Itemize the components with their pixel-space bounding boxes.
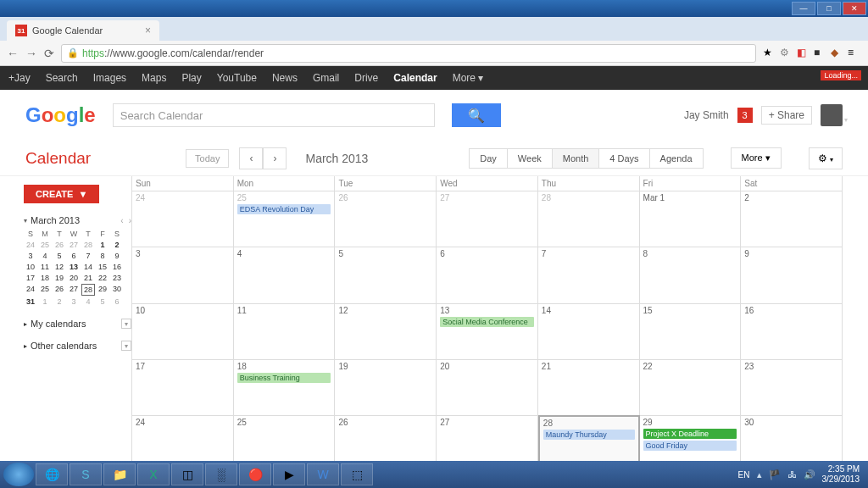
mini-day[interactable]: 16 [110, 262, 124, 272]
gbar-link-drive[interactable]: Drive [354, 72, 378, 84]
dropdown-icon[interactable]: ▾ [121, 341, 131, 351]
gbar-link-+jay[interactable]: +Jay [8, 72, 31, 84]
gbar-link-images[interactable]: Images [93, 72, 126, 84]
mini-day[interactable]: 7 [81, 251, 95, 261]
mini-day[interactable]: 31 [24, 297, 37, 307]
mini-day[interactable]: 5 [96, 297, 109, 307]
maximize-button[interactable]: □ [817, 2, 841, 15]
gbar-link-gmail[interactable]: Gmail [313, 72, 339, 84]
ext-icon[interactable]: ⚙ [780, 47, 793, 60]
gbar-link-news[interactable]: News [272, 72, 298, 84]
collapse-icon[interactable]: ▾ [24, 217, 27, 225]
event[interactable]: Social Media Conference [440, 317, 534, 327]
day-cell[interactable]: 6 [437, 247, 538, 302]
day-cell[interactable]: 15 [640, 303, 742, 359]
mini-day[interactable]: 20 [67, 273, 81, 283]
back-button[interactable]: ← [7, 47, 19, 60]
lang-indicator[interactable]: EN [738, 470, 750, 480]
event[interactable]: Project X Deadline [643, 429, 737, 439]
day-cell[interactable]: 24 [132, 191, 234, 247]
mini-day[interactable]: 28 [81, 240, 95, 250]
mini-day[interactable]: 24 [24, 284, 37, 296]
close-window-button[interactable]: ✕ [843, 2, 866, 15]
close-tab-icon[interactable]: × [145, 25, 151, 36]
gbar-link-more[interactable]: More ▾ [453, 72, 484, 84]
settings-button[interactable]: ⚙ ▾ [809, 147, 843, 169]
mini-day[interactable]: 21 [81, 273, 95, 283]
mini-day[interactable]: 28 [81, 284, 95, 296]
mini-day[interactable]: 12 [53, 262, 66, 272]
mini-day[interactable]: 14 [81, 262, 95, 272]
day-cell[interactable]: 5 [335, 247, 437, 302]
view-month[interactable]: Month [552, 148, 600, 169]
day-cell[interactable]: 26 [335, 191, 437, 247]
gbar-link-search[interactable]: Search [46, 72, 78, 84]
search-input[interactable]: Search Calendar [113, 103, 435, 127]
day-cell[interactable]: 8 [640, 247, 742, 302]
mini-day[interactable]: 13 [67, 262, 81, 272]
gbar-link-play[interactable]: Play [181, 72, 201, 84]
day-cell[interactable]: 21 [538, 359, 640, 415]
ext-icon[interactable]: ■ [814, 47, 827, 60]
event[interactable]: EDSA Revolution Day [237, 204, 331, 214]
gbar-link-maps[interactable]: Maps [142, 72, 166, 84]
day-cell[interactable]: 4 [234, 247, 336, 302]
day-cell[interactable]: 18Business Training [234, 359, 336, 415]
taskbar-excel[interactable]: X [137, 463, 170, 485]
address-bar[interactable]: 🔒 https ://www.google.com/calendar/rende… [61, 44, 756, 63]
reload-button[interactable]: ⟳ [44, 47, 54, 60]
next-month-button[interactable]: › [263, 147, 287, 169]
mini-day[interactable]: 19 [53, 273, 66, 283]
avatar[interactable]: ▾ [821, 104, 843, 126]
gbar-link-youtube[interactable]: YouTube [217, 72, 257, 84]
day-cell[interactable]: 28 [538, 191, 640, 247]
mini-day[interactable]: 5 [53, 251, 66, 261]
google-logo[interactable]: Google [25, 103, 96, 127]
ext-icon[interactable]: ◧ [797, 47, 810, 60]
gbar-link-calendar[interactable]: Calendar [393, 72, 437, 84]
mini-day[interactable]: 8 [96, 251, 109, 261]
menu-icon[interactable]: ≡ [848, 47, 861, 60]
today-button[interactable]: Today [186, 149, 229, 168]
search-button[interactable]: 🔍 [452, 103, 501, 127]
prev-month-button[interactable]: ‹ [239, 147, 263, 169]
day-cell[interactable]: 19 [335, 359, 437, 415]
view-week[interactable]: Week [507, 148, 553, 169]
day-cell[interactable]: 27 [437, 191, 538, 247]
day-cell[interactable]: Mar 1 [640, 191, 742, 247]
network-icon[interactable]: 🖧 [787, 469, 797, 480]
ext-icon[interactable]: ★ [763, 47, 776, 60]
taskbar-word[interactable]: W [307, 463, 339, 485]
flag-icon[interactable]: 🏴 [769, 469, 781, 480]
volume-icon[interactable]: 🔊 [804, 469, 815, 480]
mini-day[interactable]: 6 [110, 297, 124, 307]
more-button[interactable]: More ▾ [731, 147, 782, 169]
day-cell[interactable]: 10 [132, 303, 234, 359]
mini-day[interactable]: 25 [38, 240, 52, 250]
mini-prev-button[interactable]: ‹ [120, 216, 123, 225]
mini-day[interactable]: 2 [53, 297, 66, 307]
day-cell[interactable]: 22 [640, 359, 742, 415]
day-cell[interactable]: 9 [741, 247, 843, 302]
other-calendars-section[interactable]: ▸ Other calendars ▾ [24, 341, 131, 351]
mini-day[interactable]: 6 [67, 251, 81, 261]
taskbar-ie[interactable]: 🌐 [36, 463, 68, 485]
mini-day[interactable]: 26 [53, 240, 66, 250]
day-cell[interactable]: 11 [234, 303, 336, 359]
mini-day[interactable]: 3 [67, 297, 81, 307]
taskbar-app[interactable]: ◫ [171, 463, 203, 485]
mini-day[interactable]: 4 [38, 251, 52, 261]
day-cell[interactable]: 14 [538, 303, 640, 359]
mini-day[interactable]: 10 [24, 262, 37, 272]
taskbar-app[interactable]: ⬚ [341, 463, 373, 485]
mini-day[interactable]: 15 [96, 262, 109, 272]
mini-day[interactable]: 1 [38, 297, 52, 307]
view-day[interactable]: Day [469, 148, 508, 169]
day-cell[interactable]: 25EDSA Revolution Day [234, 191, 336, 247]
day-cell[interactable]: 12 [335, 303, 437, 359]
my-calendars-section[interactable]: ▸ My calendars ▾ [24, 319, 131, 329]
mini-day[interactable]: 25 [38, 284, 52, 296]
mini-day[interactable]: 9 [110, 251, 124, 261]
mini-day[interactable]: 29 [96, 284, 109, 296]
mini-day[interactable]: 3 [24, 251, 37, 261]
